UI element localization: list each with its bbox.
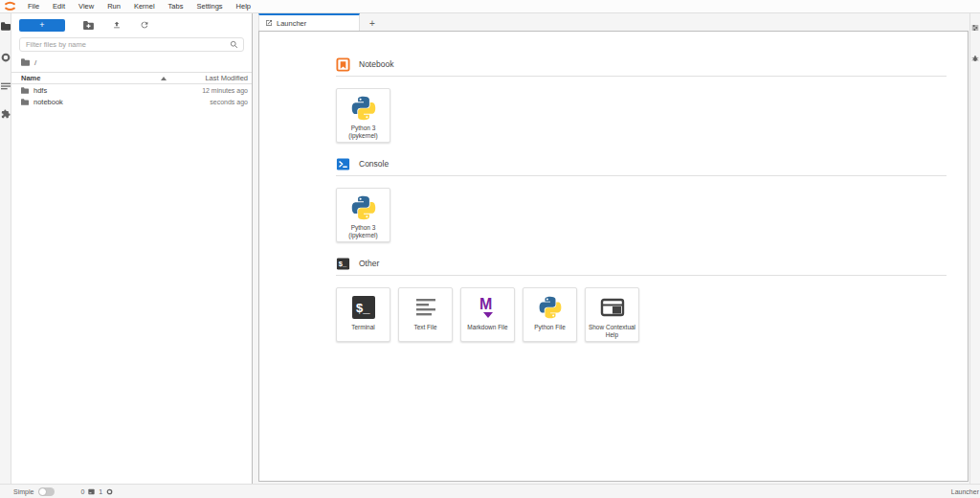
card-label: Show Contextual Help xyxy=(589,324,635,338)
home-folder-icon xyxy=(21,58,30,66)
menu-view[interactable]: View xyxy=(72,0,100,12)
terminal-icon: $_ xyxy=(350,294,377,321)
file-modified: 12 minutes ago xyxy=(202,87,248,94)
extension-manager-icon[interactable] xyxy=(0,108,11,120)
upload-icon[interactable] xyxy=(112,20,122,30)
column-header-last-modified[interactable]: Last Modified xyxy=(205,74,248,82)
tab-label: Launcher xyxy=(277,19,306,28)
menu-kernel[interactable]: Kernel xyxy=(127,0,162,12)
menu-file[interactable]: File xyxy=(21,0,46,12)
card-label: Markdown File xyxy=(467,324,507,331)
text-file-icon xyxy=(412,294,439,321)
launcher-card-python3-console[interactable]: Python 3 (ipykernel) xyxy=(336,188,390,242)
section-other: $_ Other $_ xyxy=(336,256,947,342)
jupyter-logo-icon xyxy=(3,1,17,12)
left-sidebar xyxy=(0,13,11,484)
table-of-contents-icon[interactable] xyxy=(0,80,11,92)
console-icon xyxy=(336,157,350,171)
python-logo-icon xyxy=(350,194,377,221)
svg-text:$_: $_ xyxy=(356,301,370,315)
menu-bar: File Edit View Run Kernel Tabs Settings … xyxy=(0,0,980,13)
notebook-icon xyxy=(336,57,350,72)
section-notebook: Notebook Python 3 (ipykernel) xyxy=(336,57,947,143)
menu-help[interactable]: Help xyxy=(230,0,257,12)
menu-tabs[interactable]: Tabs xyxy=(162,0,190,12)
terminals-count: 0 xyxy=(80,488,84,495)
menu-run[interactable]: Run xyxy=(100,0,127,12)
file-browser-icon[interactable] xyxy=(0,20,11,32)
jupyterlab-window: File Edit View Run Kernel Tabs Settings … xyxy=(0,0,980,498)
card-label: Terminal xyxy=(351,324,375,331)
python-logo-icon xyxy=(537,294,564,321)
terminal-icon: $_ xyxy=(336,257,350,271)
tab-launcher[interactable]: Launcher xyxy=(258,13,360,31)
file-row-notebook[interactable]: notebook seconds ago xyxy=(11,96,252,107)
section-divider xyxy=(336,175,947,176)
card-label: Python 3 (ipykernel) xyxy=(348,224,377,238)
new-launcher-button[interactable]: + xyxy=(19,19,65,32)
filter-files-searchbox xyxy=(19,37,244,52)
tab-bar: Launcher + xyxy=(254,13,969,31)
file-list-header: Name Last Modified xyxy=(11,72,252,84)
section-title: Console xyxy=(359,159,389,169)
launcher-icon xyxy=(265,19,273,27)
launcher-card-markdown-file[interactable]: M Markdown File xyxy=(460,287,515,342)
right-sidebar xyxy=(969,13,980,484)
simple-mode-toggle[interactable] xyxy=(38,487,55,496)
current-activity-label: Launcher xyxy=(951,488,979,495)
launcher-card-text-file[interactable]: Text File xyxy=(398,287,453,342)
contextual-help-icon xyxy=(599,294,626,321)
markdown-icon: M xyxy=(475,294,501,321)
new-tab-button[interactable]: + xyxy=(360,15,385,31)
status-bar: Simple 0 1 Launcher xyxy=(0,484,980,498)
new-folder-icon[interactable] xyxy=(83,21,94,30)
running-sessions-icon[interactable] xyxy=(0,52,11,63)
launcher-panel: Notebook Python 3 (ipykernel) xyxy=(258,31,969,482)
folder-icon xyxy=(21,87,29,94)
launcher-card-python3-notebook[interactable]: Python 3 (ipykernel) xyxy=(336,88,390,143)
file-name: hdfs xyxy=(33,86,47,95)
svg-text:$_: $_ xyxy=(339,260,347,268)
file-row-hdfs[interactable]: hdfs 12 minutes ago xyxy=(11,84,252,96)
file-browser-toolbar: + xyxy=(19,18,244,32)
section-title: Notebook xyxy=(359,59,393,69)
launcher-card-contextual-help[interactable]: Show Contextual Help xyxy=(585,287,639,342)
file-name: notebook xyxy=(33,98,63,106)
card-label: Python 3 (ipykernel) xyxy=(348,124,377,139)
debugger-icon[interactable] xyxy=(969,53,980,64)
kernel-sessions-status[interactable]: 0 1 xyxy=(80,488,113,495)
breadcrumb[interactable]: / xyxy=(21,57,242,68)
property-inspector-icon[interactable] xyxy=(969,22,980,34)
refresh-icon[interactable] xyxy=(140,20,149,30)
section-divider xyxy=(336,76,947,77)
breadcrumb-root[interactable]: / xyxy=(34,58,36,67)
section-divider xyxy=(336,275,947,276)
folder-icon xyxy=(21,99,29,105)
simple-mode-label: Simple xyxy=(13,488,33,495)
launcher-card-python-file[interactable]: Python File xyxy=(523,287,577,342)
search-icon xyxy=(230,40,238,49)
card-label: Text File xyxy=(413,324,436,331)
toggle-knob xyxy=(39,488,46,495)
section-console: Console Python 3 (ipykernel) xyxy=(336,156,947,242)
column-header-name[interactable]: Name xyxy=(21,74,40,82)
filter-files-input[interactable] xyxy=(20,40,230,49)
card-label: Python File xyxy=(534,324,566,331)
section-title: Other xyxy=(359,259,379,268)
menu-edit[interactable]: Edit xyxy=(46,0,72,12)
kernel-mini-icon xyxy=(106,488,113,495)
menu-settings[interactable]: Settings xyxy=(189,0,229,12)
launcher-card-terminal[interactable]: $_ Terminal xyxy=(336,287,390,342)
terminal-mini-icon xyxy=(88,488,95,495)
python-logo-icon xyxy=(350,95,377,122)
kernels-count: 1 xyxy=(99,488,102,495)
file-modified: seconds ago xyxy=(210,99,248,105)
sort-ascending-icon xyxy=(161,77,167,80)
file-browser-panel: + xyxy=(11,13,253,484)
svg-text:M: M xyxy=(479,296,492,312)
